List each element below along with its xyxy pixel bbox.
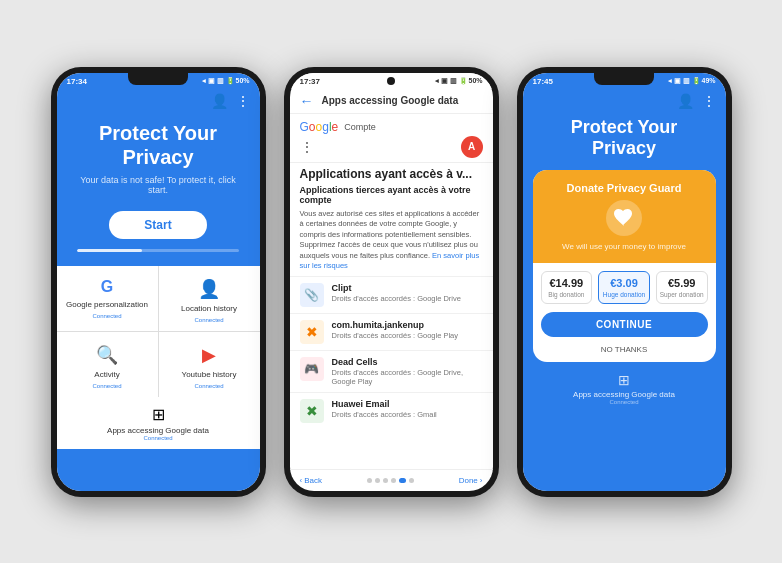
phone3-header-icons: 👤 ⋮ xyxy=(677,93,716,109)
phone3-footer-label: Apps accessing Google data xyxy=(573,390,675,399)
phone1-header-icons: 👤 ⋮ xyxy=(211,93,250,109)
dot-4 xyxy=(391,478,396,483)
no-thanks-button[interactable]: NO THANKS xyxy=(533,341,716,362)
phone3-person-icon: 👤 xyxy=(677,93,694,109)
phone1-title: Protect Your Privacy xyxy=(57,121,260,169)
phone3-dots-icon: ⋮ xyxy=(702,93,716,109)
google-logo-row: Google Compte xyxy=(290,114,493,136)
donation-option-big[interactable]: €14.99 Big donation xyxy=(541,271,593,304)
app-item-clipt[interactable]: 📎 Clipt Droits d'accès accordés : Google… xyxy=(290,276,493,313)
phone2-status-icons: ◂ ▣ ▥ 🔋50% xyxy=(435,77,482,85)
phone2-camera xyxy=(387,77,395,85)
back-arrow-icon[interactable]: ← xyxy=(300,93,314,109)
phone2-bottom-nav: ‹ Back Done › xyxy=(290,469,493,491)
grid-label-location: Location history xyxy=(181,304,237,313)
phone3-footer-sub: Connected xyxy=(609,399,638,405)
app-item-deadcells[interactable]: 🎮 Dead Cells Droits d'accès accordés : G… xyxy=(290,350,493,392)
apps-grid-icon: ⊞ xyxy=(152,405,165,424)
grid-item-youtube[interactable]: ▶ Youtube history Connected xyxy=(159,332,260,397)
app-name-deadcells: Dead Cells xyxy=(332,357,483,367)
phone1-footer-sub: Connected xyxy=(143,435,172,441)
phone3-title: Protect Your Privacy xyxy=(523,117,726,160)
grid-sub-activity: Connected xyxy=(92,383,121,389)
grid-sub-youtube: Connected xyxy=(194,383,223,389)
phone1-progress-bar xyxy=(77,249,239,252)
google-account-row: ⋮ A xyxy=(290,136,493,162)
label-big: Big donation xyxy=(548,291,584,298)
donation-options: €14.99 Big donation €3.09 Huge donation … xyxy=(533,263,716,308)
grid-sub-google: Connected xyxy=(92,313,121,319)
huawei-icon: ✖ xyxy=(300,399,324,423)
section-title: Applications ayant accès à v... xyxy=(290,162,493,183)
app-rights-huawei: Droits d'accès accordés : Gmail xyxy=(332,410,483,419)
location-icon: 👤 xyxy=(198,278,220,300)
jankenup-icon: ✖ xyxy=(300,320,324,344)
donation-option-super[interactable]: €5.99 Super donation xyxy=(656,271,708,304)
grid-item-location[interactable]: 👤 Location history Connected xyxy=(159,266,260,331)
more-options-icon[interactable]: ⋮ xyxy=(300,139,314,155)
activity-icon: 🔍 xyxy=(96,344,118,366)
phone2-nav-title: Apps accessing Google data xyxy=(322,95,483,106)
pagination-dots xyxy=(367,478,414,483)
youtube-icon: ▶ xyxy=(202,344,216,366)
app-rights-clipt: Droits d'accès accordés : Google Drive xyxy=(332,294,483,303)
full-section-title: Applications tierces ayant accès à votre… xyxy=(290,183,493,207)
label-super: Super donation xyxy=(660,291,704,298)
back-button[interactable]: ‹ Back xyxy=(300,476,322,485)
phone-1: 17:34 ◂ ▣ ▥ 🔋50% 👤 ⋮ Protect Your Privac… xyxy=(51,67,266,497)
grid-label-google: Google personalization xyxy=(66,300,148,309)
grid-label-activity: Activity xyxy=(94,370,119,379)
phone1-dots-icon: ⋮ xyxy=(236,93,250,109)
phone1-header: 👤 ⋮ xyxy=(57,89,260,113)
dot-3 xyxy=(383,478,388,483)
price-huge: €3.09 xyxy=(610,277,638,289)
grid-item-google[interactable]: G Google personalization Connected xyxy=(57,266,158,331)
heart-icon xyxy=(606,200,642,236)
phone3-grid-icon: ⊞ xyxy=(618,372,630,388)
donation-sub: We will use your money to improve xyxy=(562,242,686,251)
app-rights-jankenup: Droits d'accès accordés : Google Play xyxy=(332,331,483,340)
phone1-person-icon: 👤 xyxy=(211,93,228,109)
start-button[interactable]: Start xyxy=(109,211,206,239)
phone1-footer[interactable]: ⊞ Apps accessing Google data Connected xyxy=(57,397,260,449)
deadcells-icon: 🎮 xyxy=(300,357,324,381)
donation-header: Donate Privacy Guard We will use your mo… xyxy=(533,170,716,263)
phone1-status-icons: ◂ ▣ ▥ 🔋50% xyxy=(202,77,249,85)
done-chevron-icon: › xyxy=(480,476,483,485)
grid-item-activity[interactable]: 🔍 Activity Connected xyxy=(57,332,158,397)
phone1-time: 17:34 xyxy=(67,77,87,86)
phone2-time: 17:37 xyxy=(300,77,320,86)
phone2-desc: Vous avez autorisé ces sites et applicat… xyxy=(290,207,493,276)
google-icon: G xyxy=(101,278,113,296)
phone3-status-icons: ◂ ▣ ▥ 🔋49% xyxy=(668,77,715,85)
back-label: Back xyxy=(304,476,322,485)
app-name-clipt: Clipt xyxy=(332,283,483,293)
app-item-jankenup[interactable]: ✖ com.humita.jankenup Droits d'accès acc… xyxy=(290,313,493,350)
phone3-header: 👤 ⋮ xyxy=(523,89,726,113)
dot-1 xyxy=(367,478,372,483)
phone3-body: 👤 ⋮ Protect Your Privacy Donate Privacy … xyxy=(523,89,726,491)
phone3-time: 17:45 xyxy=(533,77,553,86)
continue-button[interactable]: CONTINUE xyxy=(541,312,708,337)
app-item-huawei[interactable]: ✖ Huawei Email Droits d'accès accordés :… xyxy=(290,392,493,429)
app-rights-deadcells: Droits d'accès accordés : Google Drive, … xyxy=(332,368,483,386)
grid-label-youtube: Youtube history xyxy=(182,370,237,379)
app-name-jankenup: com.humita.jankenup xyxy=(332,320,483,330)
price-big: €14.99 xyxy=(550,277,584,289)
donation-option-huge[interactable]: €3.09 Huge donation xyxy=(598,271,650,304)
phone-2: 17:37 ◂ ▣ ▥ 🔋50% ← Apps accessing Google… xyxy=(284,67,499,497)
done-button[interactable]: Done › xyxy=(459,476,483,485)
phone1-footer-label: Apps accessing Google data xyxy=(107,426,209,435)
phone3-footer[interactable]: ⊞ Apps accessing Google data Connected xyxy=(523,366,726,411)
donation-modal: Donate Privacy Guard We will use your mo… xyxy=(533,170,716,362)
google-wordmark: Google xyxy=(300,120,339,134)
price-super: €5.99 xyxy=(668,277,696,289)
phone1-body: 👤 ⋮ Protect Your Privacy Your data is no… xyxy=(57,89,260,491)
donation-title: Donate Privacy Guard xyxy=(567,182,682,194)
phone1-subtitle: Your data is not safe! To protect it, cl… xyxy=(57,175,260,195)
phone1-grid: G Google personalization Connected 👤 Loc… xyxy=(57,266,260,397)
phone3-notch xyxy=(594,73,654,85)
dot-5-active xyxy=(399,478,406,483)
back-chevron-icon: ‹ xyxy=(300,476,303,485)
account-avatar: A xyxy=(461,136,483,158)
